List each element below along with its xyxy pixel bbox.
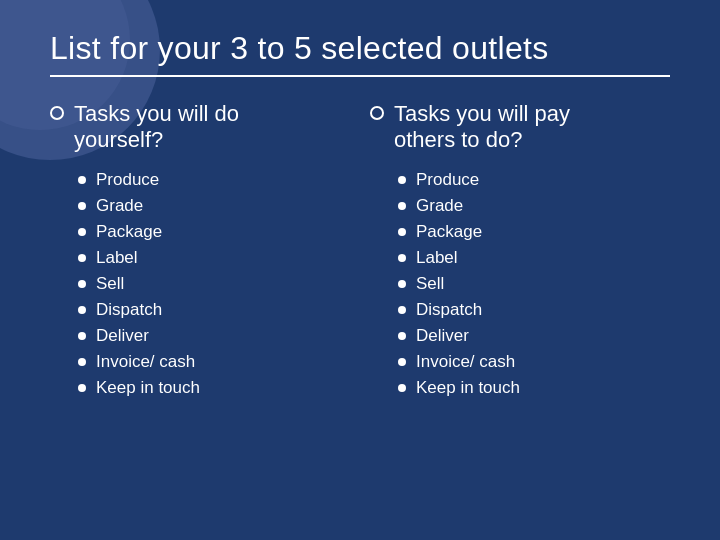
title-divider xyxy=(50,75,670,77)
slide-content: List for your 3 to 5 selected outlets Ta… xyxy=(0,0,720,418)
list-item: Sell xyxy=(78,274,350,294)
sub-bullet xyxy=(398,202,406,210)
sub-bullet xyxy=(398,254,406,262)
column-2-heading-text: Tasks you will pay others to do? xyxy=(394,101,570,154)
list-item: Produce xyxy=(78,170,350,190)
sub-bullet xyxy=(78,254,86,262)
list-item: Invoice/ cash xyxy=(398,352,670,372)
sub-bullet xyxy=(78,332,86,340)
list-item: Package xyxy=(78,222,350,242)
column-1-heading: Tasks you will do yourself? xyxy=(50,101,350,154)
sub-bullet xyxy=(78,228,86,236)
column-1-heading-line2: yourself? xyxy=(74,127,163,152)
sub-bullet xyxy=(398,228,406,236)
column-1-heading-text: Tasks you will do yourself? xyxy=(74,101,239,154)
list-item: Sell xyxy=(398,274,670,294)
column-2: Tasks you will pay others to do? Produce… xyxy=(370,101,670,398)
sub-bullet xyxy=(78,280,86,288)
list-item: Label xyxy=(398,248,670,268)
column-1-heading-line1: Tasks you will do xyxy=(74,101,239,126)
sub-bullet xyxy=(78,384,86,392)
list-item: Grade xyxy=(78,196,350,216)
column-1: Tasks you will do yourself? Produce Grad… xyxy=(50,101,350,398)
list-item: Deliver xyxy=(78,326,350,346)
column-2-heading-line1: Tasks you will pay xyxy=(394,101,570,126)
sub-bullet xyxy=(78,176,86,184)
sub-bullet xyxy=(78,202,86,210)
list-item: Produce xyxy=(398,170,670,190)
list-item: Keep in touch xyxy=(78,378,350,398)
sub-bullet xyxy=(78,358,86,366)
list-item: Dispatch xyxy=(78,300,350,320)
column-1-list: Produce Grade Package Label Sell Dispatc… xyxy=(50,170,350,398)
heading-bullet-1 xyxy=(50,106,64,120)
list-item: Label xyxy=(78,248,350,268)
list-item: Dispatch xyxy=(398,300,670,320)
sub-bullet xyxy=(398,280,406,288)
slide-title: List for your 3 to 5 selected outlets xyxy=(50,30,670,67)
sub-bullet xyxy=(398,358,406,366)
column-2-list: Produce Grade Package Label Sell Dispatc… xyxy=(370,170,670,398)
sub-bullet xyxy=(398,332,406,340)
two-columns-layout: Tasks you will do yourself? Produce Grad… xyxy=(50,101,670,398)
list-item: Grade xyxy=(398,196,670,216)
sub-bullet xyxy=(398,306,406,314)
sub-bullet xyxy=(78,306,86,314)
list-item: Invoice/ cash xyxy=(78,352,350,372)
list-item: Deliver xyxy=(398,326,670,346)
sub-bullet xyxy=(398,176,406,184)
sub-bullet xyxy=(398,384,406,392)
list-item: Package xyxy=(398,222,670,242)
heading-bullet-2 xyxy=(370,106,384,120)
list-item: Keep in touch xyxy=(398,378,670,398)
column-2-heading-line2: others to do? xyxy=(394,127,522,152)
column-2-heading: Tasks you will pay others to do? xyxy=(370,101,670,154)
